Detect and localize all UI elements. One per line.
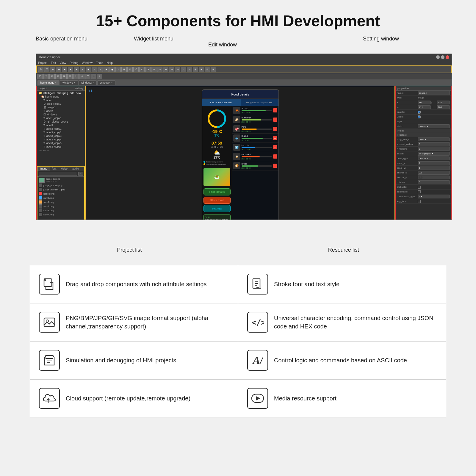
- prop-checkbox-enable[interactable]: ✓: [418, 111, 421, 114]
- food-del-shrimp[interactable]: —: [273, 108, 277, 112]
- prop-value-animation-type[interactable]: 4 ▾: [418, 195, 450, 198]
- tree-label2[interactable]: T label2: [37, 109, 84, 113]
- food-del-icecream[interactable]: —: [273, 154, 277, 159]
- tool2-btn-10[interactable]: ⊥: [91, 74, 96, 79]
- prop-checkbox-visible[interactable]: ✓: [418, 115, 421, 118]
- tool-btn-27[interactable]: ⊡: [193, 67, 198, 72]
- tool-btn-19[interactable]: ⊐: [145, 67, 151, 72]
- tool-btn-18[interactable]: ⊏: [139, 67, 145, 72]
- tool2-btn-2[interactable]: T: [43, 74, 49, 79]
- prop-value-y[interactable]: 120: [437, 101, 450, 104]
- tab-window2[interactable]: window2 ×: [79, 80, 97, 85]
- tree-label3-copy2[interactable]: T label3_copy2: [37, 131, 84, 134]
- menu-tools[interactable]: Tools: [96, 61, 103, 65]
- tool2-btn-9[interactable]: ⊤: [85, 74, 90, 79]
- tool-btn-26[interactable]: ↔: [187, 67, 192, 72]
- tool-btn-7[interactable]: ⊕: [74, 67, 79, 72]
- prop-value-bg-image[interactable]: none ▾: [418, 137, 450, 141]
- prop-value-round-radius[interactable]: 0: [418, 142, 450, 146]
- prop-value-scale-y[interactable]: 1: [418, 166, 450, 170]
- tool-btn-1[interactable]: ✎: [38, 67, 43, 72]
- prop-value-scale-x[interactable]: 1: [418, 161, 450, 165]
- tree-label3[interactable]: T label3: [37, 123, 84, 127]
- tool-btn-29[interactable]: ⊜: [205, 67, 210, 72]
- tool-btn-28[interactable]: ⊛: [199, 67, 204, 72]
- prop-value-anchor-x[interactable]: 0.5: [418, 171, 450, 175]
- tool2-btn-5[interactable]: ⊠: [61, 74, 67, 79]
- tab-home-page[interactable]: home_page ×: [37, 80, 59, 85]
- tree-label3-copy6[interactable]: T label3_copy6: [37, 145, 84, 148]
- prop-value-state[interactable]: normal ▾: [418, 124, 450, 128]
- tool-btn-2[interactable]: ☐: [44, 67, 49, 72]
- prop-value-name[interactable]: image4: [418, 91, 450, 95]
- tree-image1[interactable]: 🖼 image1: [37, 106, 84, 109]
- food-del-dumplings[interactable]: —: [273, 118, 277, 122]
- tool-btn-5[interactable]: ▶: [62, 67, 67, 72]
- tool2-btn-11[interactable]: ⊦: [97, 74, 102, 79]
- tree-root[interactable]: 📁 Intelligent_charging_pile_new: [37, 91, 84, 95]
- resource-tab-image[interactable]: image: [37, 167, 50, 171]
- tab-window4[interactable]: window4 ×: [97, 80, 115, 85]
- close-btn[interactable]: [446, 55, 449, 59]
- tool-btn-14[interactable]: ⌖: [115, 67, 121, 72]
- resource-tab-audio[interactable]: audio: [70, 167, 81, 171]
- tool-btn-23[interactable]: ⊗: [169, 67, 174, 72]
- undo-icon[interactable]: ↺: [89, 89, 93, 93]
- prop-value-rotation[interactable]: 0: [418, 180, 450, 184]
- resource-tab-video[interactable]: video: [59, 167, 70, 171]
- tree-label1-copy1[interactable]: T label1_copy1: [37, 116, 84, 120]
- menu-project[interactable]: Project: [38, 61, 47, 65]
- tool2-btn-3[interactable]: ⊞: [49, 74, 55, 79]
- maximize-btn[interactable]: [441, 55, 444, 59]
- hmi-btn-store-food[interactable]: Store food: [203, 197, 231, 204]
- hmi-btn-settings[interactable]: Settings: [203, 205, 231, 212]
- tool-btn-21[interactable]: ⊔: [157, 67, 162, 72]
- food-del-hairtail[interactable]: —: [273, 136, 277, 140]
- tool2-btn-1[interactable]: ☐: [37, 74, 43, 79]
- tree-label1[interactable]: T label1: [37, 98, 84, 102]
- prop-value-margin[interactable]: 0: [418, 147, 450, 151]
- prop-value-h[interactable]: 289: [437, 105, 450, 109]
- tool2-btn-7[interactable]: ⊢: [73, 74, 79, 79]
- food-del-pork[interactable]: —: [273, 127, 277, 131]
- tool-btn-30[interactable]: ⊝: [211, 67, 216, 72]
- tool-btn-4[interactable]: ↪: [56, 67, 61, 72]
- hmi-btn-food-details[interactable]: Food details: [203, 188, 231, 195]
- tool-btn-17[interactable]: ∅: [133, 67, 139, 72]
- menu-window[interactable]: Window: [82, 61, 93, 65]
- minimize-btn[interactable]: [436, 55, 440, 59]
- menu-help[interactable]: Help: [107, 61, 113, 65]
- resource-add-btn[interactable]: +: [78, 172, 83, 176]
- tree-digit-clock-copy[interactable]: ⏱ igit_clock1_copy1: [37, 120, 84, 123]
- prop-checkbox-selectable[interactable]: [418, 190, 421, 193]
- tool-btn-20[interactable]: ⊓: [151, 67, 156, 72]
- prop-checkbox-key-tone[interactable]: [418, 200, 421, 203]
- tool2-btn-6[interactable]: ⊡: [67, 74, 73, 79]
- menu-debug[interactable]: Debug: [70, 61, 78, 65]
- prop-value-image[interactable]: chargingcar ▾: [418, 152, 450, 156]
- tree-home-page[interactable]: 🏠 home_page: [37, 95, 84, 98]
- tool-btn-8[interactable]: ≡: [80, 67, 85, 72]
- tool-btn-12[interactable]: ✦: [104, 67, 109, 72]
- tool2-btn-4[interactable]: ⊟: [55, 74, 61, 79]
- tool-btn-9[interactable]: ⊞: [86, 67, 91, 72]
- tool-btn-16[interactable]: ⊠: [127, 67, 133, 72]
- prop-checkbox-clickable[interactable]: [418, 186, 421, 189]
- tool-btn-25[interactable]: ↕: [181, 67, 186, 72]
- hmi-tab-freezer[interactable]: freezer compartment: [202, 99, 240, 106]
- menu-edit[interactable]: Edit: [51, 61, 56, 65]
- tool-btn-10[interactable]: T: [92, 67, 97, 72]
- tool-btn-6[interactable]: ■: [68, 67, 73, 72]
- prop-value-x[interactable]: 36: [418, 101, 431, 104]
- tree-digit-clock1[interactable]: ⏱ digit_clock1: [37, 102, 84, 106]
- food-del-icecube[interactable]: —: [273, 145, 277, 149]
- menu-view[interactable]: View: [60, 61, 66, 65]
- tab-window1[interactable]: window1 ×: [60, 80, 78, 85]
- prop-value-w[interactable]: 411: [418, 105, 431, 109]
- tree-label3-copy3[interactable]: T label3_copy3: [37, 134, 84, 138]
- tool-btn-3[interactable]: ↩: [50, 67, 55, 72]
- hmi-tab-refrigerator[interactable]: refrigerator compartment: [240, 99, 278, 106]
- tool-btn-24[interactable]: ⊘: [175, 67, 180, 72]
- resource-tab-font[interactable]: font: [50, 167, 59, 171]
- tree-label3-copy4[interactable]: T label3_copy4: [37, 138, 84, 141]
